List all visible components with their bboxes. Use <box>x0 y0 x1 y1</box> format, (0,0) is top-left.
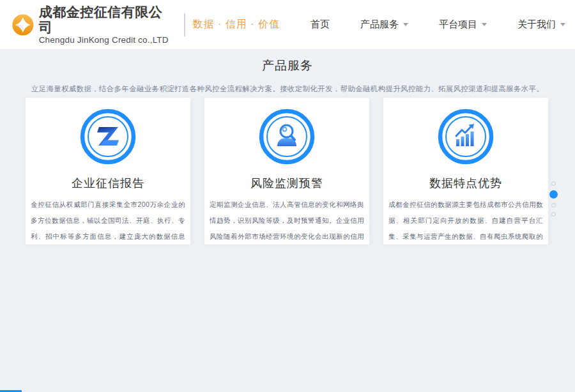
diamond-logo-icon <box>12 13 34 36</box>
nav-item-label: 平台项目 <box>439 19 477 31</box>
card-enterprise-credit-report[interactable]: 企业征信报告 金控征信从权威部门直接采集全市200万余企业的多方位数据信息，辅以… <box>26 98 190 245</box>
card-title: 企业征信报告 <box>26 176 190 191</box>
pagination-dot-2-active[interactable] <box>549 190 558 199</box>
nav-item-label: 首页 <box>310 19 330 31</box>
products-section: 产品服务 立足海量权威数据，结合多年金融业务积淀打造各种风控全流程解决方案。接收… <box>0 57 575 94</box>
company-logo[interactable]: 成都金控征信有限公司 Chengdu JinKong Credit co.,LT… <box>12 4 175 45</box>
nav-item-about[interactable]: 关于我们 <box>518 19 565 31</box>
data-advantage-icon <box>438 109 494 165</box>
company-name-zh: 成都金控征信有限公司 <box>39 4 175 35</box>
pagination-dot-3[interactable] <box>551 203 556 207</box>
header-divider <box>184 13 185 36</box>
nav-item-label: 产品服务 <box>360 19 399 31</box>
pagination-dot-4[interactable] <box>551 212 556 216</box>
nav-item-products[interactable]: 产品服务 <box>360 19 408 31</box>
main-nav: 首页 产品服务 平台项目 关于我们 <box>280 19 565 31</box>
nav-item-home[interactable]: 首页 <box>310 19 330 31</box>
nav-item-platform[interactable]: 平台项目 <box>439 19 487 31</box>
section-title: 产品服务 <box>0 57 575 74</box>
card-title: 数据特点优势 <box>383 176 548 191</box>
section-description: 立足海量权威数据，结合多年金融业务积淀打造各种风控全流程解决方案。接收定制化开发… <box>0 84 575 94</box>
card-title: 风险监测预警 <box>204 176 369 191</box>
risk-monitor-icon <box>259 109 315 165</box>
chevron-down-icon <box>403 23 408 26</box>
product-cards: 企业征信报告 金控征信从权威部门直接采集全市200万余企业的多方位数据信息，辅以… <box>26 98 548 245</box>
company-tagline: 数据 · 信用 · 价值 <box>193 18 280 31</box>
card-data-advantage[interactable]: 数据特点优势 成都金控征信的数据源主要包括成都市公共信用数据、相关部门定向开放的… <box>383 98 548 245</box>
chevron-down-icon <box>560 23 565 26</box>
pagination-dot-1[interactable] <box>551 181 556 186</box>
carousel-pagination <box>549 181 558 216</box>
company-name: 成都金控征信有限公司 Chengdu JinKong Credit co.,LT… <box>39 4 175 45</box>
card-risk-monitoring[interactable]: 风险监测预警 定期监测企业信息、法人高管信息的变化和网络舆情趋势，识别风险等级，… <box>204 98 369 245</box>
chevron-down-icon <box>482 23 487 26</box>
credit-report-icon <box>80 109 136 165</box>
card-text: 定期监测企业信息、法人高管信息的变化和网络舆情趋势，识别风险等级，及时预警通知。… <box>210 197 364 245</box>
card-text: 金控征信从权威部门直接采集全市200万余企业的多方位数据信息，辅以全国司法、开庭… <box>31 197 185 245</box>
card-text: 成都金控征信的数据源主要包括成都市公共信用数据、相关部门定向开放的数据、自建自营… <box>388 197 543 245</box>
nav-item-label: 关于我们 <box>518 19 556 31</box>
site-header: 成都金控征信有限公司 Chengdu JinKong Credit co.,LT… <box>0 0 575 49</box>
company-name-en: Chengdu JinKong Credit co.,LTD <box>39 35 175 45</box>
